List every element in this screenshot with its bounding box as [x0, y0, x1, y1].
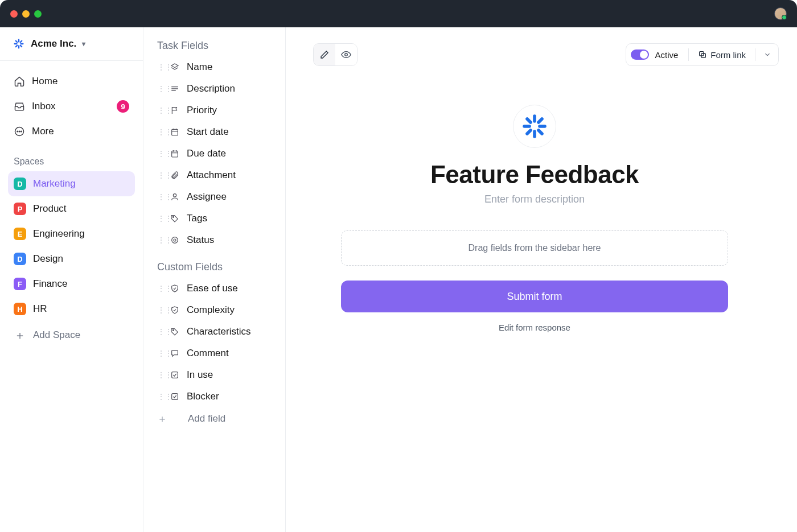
- drag-handle-icon[interactable]: ⋮⋮: [157, 63, 163, 72]
- svg-line-5: [20, 46, 22, 47]
- form-title[interactable]: Feature Feedback: [341, 160, 728, 189]
- svg-line-41: [539, 119, 542, 122]
- field-item[interactable]: ⋮⋮Attachment: [143, 164, 285, 186]
- field-item[interactable]: ⋮⋮Complexity: [143, 299, 285, 321]
- field-item[interactable]: ⋮⋮Status: [143, 229, 285, 251]
- chevron-down-icon: ▾: [82, 40, 85, 48]
- active-toggle[interactable]: [631, 50, 649, 60]
- edit-form-response-link[interactable]: Edit form response: [499, 323, 570, 332]
- inbox-count-badge: 9: [117, 100, 129, 113]
- copy-icon: [698, 50, 707, 59]
- drag-handle-icon[interactable]: ⋮⋮: [157, 149, 163, 158]
- sidebar-space-item[interactable]: DDesign: [8, 246, 135, 271]
- svg-point-26: [172, 237, 178, 244]
- edit-mode-button[interactable]: [314, 44, 335, 65]
- field-label: Start date: [187, 126, 229, 138]
- drag-handle-icon[interactable]: ⋮⋮: [157, 370, 163, 380]
- field-label: Blocker: [187, 391, 219, 402]
- drop-zone-hint: Drag fields from the sidebar here: [469, 243, 601, 253]
- drag-handle-icon[interactable]: ⋮⋮: [157, 171, 163, 180]
- preview-mode-button[interactable]: [335, 44, 357, 65]
- minimize-window-button[interactable]: [22, 10, 30, 18]
- svg-point-9: [17, 131, 18, 132]
- primary-sidebar: Acme Inc. ▾ Home Inbox 9 More: [0, 27, 143, 532]
- check-icon: [170, 391, 180, 402]
- calendar-icon: [170, 127, 180, 137]
- task-fields-heading: Task Fields: [143, 38, 285, 56]
- sidebar-space-item[interactable]: DMarketing: [8, 171, 135, 196]
- svg-point-10: [19, 131, 20, 132]
- sidebar-space-item[interactable]: EEngineering: [8, 221, 135, 246]
- fullscreen-window-button[interactable]: [34, 10, 42, 18]
- field-label: Priority: [187, 105, 217, 116]
- field-item[interactable]: ⋮⋮Tags: [143, 208, 285, 229]
- sidebar-space-item[interactable]: PProduct: [8, 196, 135, 221]
- form-link-button[interactable]: Form link: [695, 50, 749, 60]
- form-description-input[interactable]: Enter form description: [341, 193, 728, 205]
- field-item[interactable]: ⋮⋮In use: [143, 364, 285, 386]
- field-item[interactable]: ⋮⋮Due date: [143, 143, 285, 164]
- field-label: Complexity: [187, 304, 235, 316]
- form-canvas: Active Form link: [286, 27, 797, 532]
- add-space-button[interactable]: ＋ Add Space: [8, 323, 135, 348]
- check-icon: [170, 370, 180, 380]
- drag-handle-icon[interactable]: ⋮⋮: [157, 306, 163, 315]
- org-switcher[interactable]: Acme Inc. ▾: [0, 27, 143, 61]
- drag-handle-icon[interactable]: ⋮⋮: [157, 392, 163, 401]
- flag-icon: [170, 105, 180, 116]
- lines-icon: [170, 84, 180, 94]
- user-icon: [170, 192, 180, 202]
- field-item[interactable]: ⋮⋮Priority: [143, 100, 285, 121]
- field-item[interactable]: ⋮⋮Characteristics: [143, 321, 285, 343]
- nav-inbox[interactable]: Inbox 9: [8, 94, 135, 119]
- drag-handle-icon[interactable]: ⋮⋮: [157, 327, 163, 336]
- drag-handle-icon[interactable]: ⋮⋮: [157, 236, 163, 245]
- add-field-button[interactable]: ＋ Add field: [143, 407, 285, 430]
- layers-icon: [170, 62, 180, 72]
- sidebar-space-item[interactable]: HHR: [8, 296, 135, 321]
- svg-line-7: [20, 41, 22, 42]
- drag-handle-icon[interactable]: ⋮⋮: [157, 127, 163, 137]
- sidebar-space-item[interactable]: FFinance: [8, 271, 135, 296]
- drag-handle-icon[interactable]: ⋮⋮: [157, 214, 163, 223]
- plus-icon: ＋: [157, 412, 163, 426]
- space-chip-icon: D: [14, 178, 26, 190]
- field-item[interactable]: ⋮⋮Name: [143, 56, 285, 78]
- fields-drop-zone[interactable]: Drag fields from the sidebar here: [341, 230, 728, 266]
- drag-handle-icon[interactable]: ⋮⋮: [157, 284, 163, 293]
- drag-handle-icon[interactable]: ⋮⋮: [157, 84, 163, 93]
- field-label: In use: [187, 369, 213, 381]
- drag-handle-icon[interactable]: ⋮⋮: [157, 192, 163, 201]
- shield-icon: [170, 283, 180, 294]
- drag-handle-icon[interactable]: ⋮⋮: [157, 106, 163, 115]
- tag-icon: [170, 213, 180, 224]
- field-item[interactable]: ⋮⋮Blocker: [143, 386, 285, 407]
- form-logo[interactable]: [513, 105, 556, 148]
- form-link-label: Form link: [710, 50, 746, 60]
- field-item[interactable]: ⋮⋮Description: [143, 78, 285, 100]
- nav-more[interactable]: More: [8, 119, 135, 144]
- field-item[interactable]: ⋮⋮Assignee: [143, 186, 285, 208]
- submit-form-button[interactable]: Submit form: [341, 281, 728, 312]
- form-settings-dropdown[interactable]: [761, 51, 774, 59]
- drag-handle-icon[interactable]: ⋮⋮: [157, 349, 163, 358]
- space-label: Engineering: [33, 228, 85, 240]
- field-item[interactable]: ⋮⋮Ease of use: [143, 278, 285, 299]
- custom-fields-heading: Custom Fields: [143, 259, 285, 278]
- separator: [688, 48, 689, 61]
- user-avatar[interactable]: [774, 7, 787, 20]
- field-item[interactable]: ⋮⋮Comment: [143, 343, 285, 364]
- field-label: Assignee: [187, 191, 227, 203]
- svg-rect-30: [172, 394, 178, 400]
- close-window-button[interactable]: [10, 10, 18, 18]
- field-label: Attachment: [187, 170, 236, 181]
- svg-line-4: [16, 41, 17, 42]
- home-icon: [14, 76, 25, 87]
- add-space-label: Add Space: [33, 329, 80, 341]
- calendar-icon: [170, 149, 180, 159]
- field-label: Status: [187, 234, 214, 246]
- space-chip-icon: D: [14, 253, 26, 265]
- nav-home[interactable]: Home: [8, 69, 135, 94]
- field-label: Ease of use: [187, 283, 238, 294]
- field-item[interactable]: ⋮⋮Start date: [143, 121, 285, 143]
